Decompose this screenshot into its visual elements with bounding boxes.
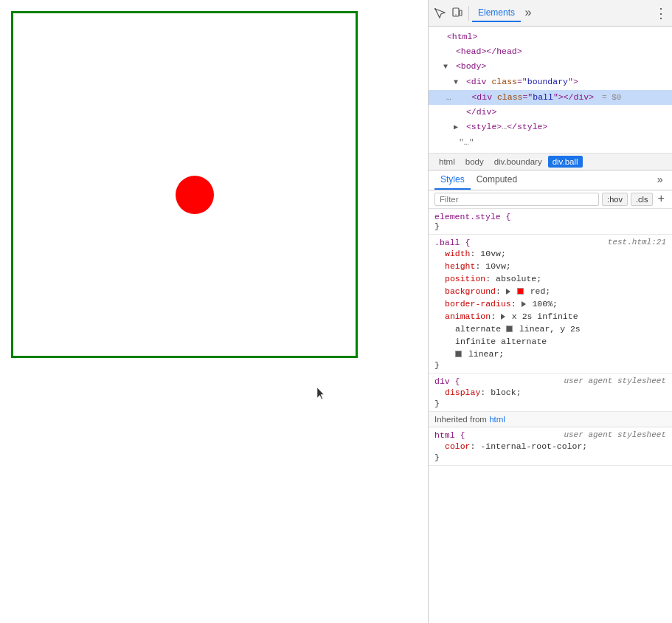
breadcrumb: html body div.boundary div.ball	[429, 154, 672, 171]
prop-animation-line3: infinite alternate	[434, 335, 666, 348]
svg-point-4	[455, 14, 456, 15]
rule-source-ball[interactable]: test.html:21	[608, 238, 666, 247]
dom-line-ball[interactable]: … <div class="ball"></div> = $0	[429, 90, 672, 105]
css-rules: element.style { } .ball { test.html:21 w…	[429, 209, 672, 623]
rule-selector-ball[interactable]: .ball { test.html:21	[434, 238, 666, 247]
prop-color[interactable]: color: -internal-root-color;	[434, 440, 666, 452]
dom-line-boundary[interactable]: ▼ <div class="boundary">	[429, 75, 672, 90]
devtools-menu-icon[interactable]: ⋮	[653, 5, 669, 21]
ua-label-html: user agent stylesheet	[564, 430, 666, 439]
devtools-tab-bar: Elements »	[472, 4, 653, 22]
anim-swatch-2[interactable]	[455, 351, 462, 357]
styles-tabs: Styles Computed »	[429, 171, 672, 190]
tab-styles[interactable]: Styles	[434, 171, 471, 190]
rule-element-style: element.style { }	[429, 209, 672, 235]
rule-close-element-style: }	[434, 221, 666, 231]
dom-line-head[interactable]: <head></head>	[429, 44, 672, 59]
dom-tree: <html> <head></head> ▼ <body> ▼ <div cla…	[429, 27, 672, 154]
prop-animation[interactable]: animation: x 2s infinite	[434, 310, 666, 323]
rule-selector-div[interactable]: div { user agent stylesheet	[434, 376, 666, 386]
prop-animation-line2: alternate linear, y 2s	[434, 323, 666, 335]
bg-expand-icon[interactable]	[506, 289, 510, 295]
rule-close-ball: }	[434, 360, 666, 370]
prop-display[interactable]: display: block;	[434, 386, 666, 399]
cursor-arrow	[317, 388, 326, 401]
devtools-toolbar: Elements » ⋮	[429, 0, 672, 27]
color-swatch-red[interactable]	[517, 288, 524, 295]
tab-computed[interactable]: Computed	[471, 171, 523, 190]
more-tabs-icon[interactable]: »	[521, 6, 536, 21]
filter-bar: :hov .cls +	[429, 190, 672, 209]
prop-background[interactable]: background: red;	[434, 285, 666, 297]
dom-line-close-boundary[interactable]: </div>	[429, 105, 672, 120]
styles-more-icon[interactable]: »	[654, 171, 666, 189]
anim-expand-icon[interactable]	[501, 314, 505, 320]
prop-border-radius[interactable]: border-radius: 100%;	[434, 297, 666, 310]
rule-ball: .ball { test.html:21 width: 10vw; height…	[429, 235, 672, 374]
rule-div-ua: div { user agent stylesheet display: blo…	[429, 374, 672, 412]
toolbar-divider	[468, 6, 469, 21]
prop-position[interactable]: position: absolute;	[434, 272, 666, 285]
rule-close-html: }	[434, 452, 666, 462]
rule-html-ua: html { user agent stylesheet color: -int…	[429, 427, 672, 466]
rule-selector-html[interactable]: html { user agent stylesheet	[434, 430, 666, 440]
dom-line-html[interactable]: <html>	[429, 30, 672, 44]
bc-body[interactable]: body	[461, 156, 488, 168]
hov-button[interactable]: :hov	[602, 193, 628, 206]
prop-animation-line4: linear;	[434, 348, 666, 360]
inherited-link-html[interactable]: html	[489, 415, 505, 424]
prop-height[interactable]: height: 10vw;	[434, 260, 666, 272]
svg-marker-0	[317, 388, 324, 399]
bc-div-ball[interactable]: div.ball	[548, 156, 583, 168]
anim-swatch-1[interactable]	[506, 326, 513, 332]
tab-elements[interactable]: Elements	[472, 4, 521, 22]
filter-input[interactable]	[434, 193, 599, 206]
rule-selector-element-style[interactable]: element.style {	[434, 212, 666, 221]
rule-close-div: }	[434, 399, 666, 408]
device-icon[interactable]	[449, 5, 465, 21]
inherited-header: Inherited from html	[429, 412, 672, 427]
prop-width[interactable]: width: 10vw;	[434, 247, 666, 260]
svg-rect-3	[460, 10, 462, 16]
br-expand-icon[interactable]	[522, 301, 526, 307]
dom-line-body[interactable]: ▼ <body>	[429, 59, 672, 75]
ball-div	[176, 176, 214, 214]
add-style-button[interactable]: +	[656, 193, 666, 206]
preview-panel	[0, 0, 428, 623]
dom-line-text[interactable]: "…"	[429, 135, 672, 150]
dom-line-style[interactable]: ▶ <style>…</style>	[429, 120, 672, 135]
boundary-div	[11, 11, 358, 358]
bc-html[interactable]: html	[434, 156, 460, 168]
inspect-icon[interactable]	[432, 5, 448, 21]
svg-point-1	[434, 8, 436, 10]
cls-button[interactable]: .cls	[631, 193, 654, 206]
bc-div-boundary[interactable]: div.boundary	[490, 156, 547, 168]
devtools-panel: Elements » ⋮ <html> <head></head> ▼ <bod…	[428, 0, 672, 623]
ua-label-div: user agent stylesheet	[564, 376, 666, 385]
